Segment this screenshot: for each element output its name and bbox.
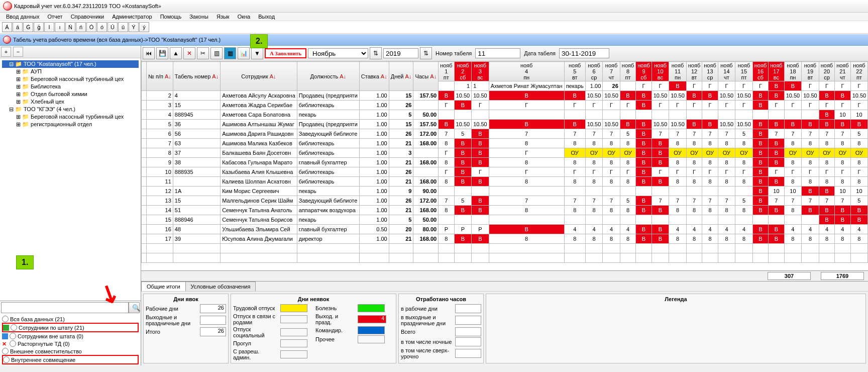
day-cell[interactable]: В (636, 120, 652, 129)
menu-item[interactable]: Ввод данных (2, 13, 44, 21)
day-cell[interactable]: В (636, 148, 652, 158)
day-cell[interactable]: В (769, 148, 784, 158)
filter-radio-row[interactable]: Сотрудники по штату (21) (2, 323, 139, 332)
day-cell[interactable]: 8 (439, 177, 454, 187)
day-cell[interactable]: 5 (620, 196, 635, 206)
day-cell[interactable] (769, 215, 784, 225)
day-cell[interactable]: 4 (702, 225, 718, 234)
day-cell[interactable]: 8 (784, 158, 802, 167)
day-cell[interactable]: Г (769, 167, 784, 177)
day-cell[interactable]: 8 (819, 158, 834, 167)
day-header[interactable]: нояб1пт (439, 62, 454, 81)
col-header[interactable]: Должность A↓ (297, 62, 359, 91)
day-cell[interactable]: 7 (439, 129, 454, 139)
day-cell[interactable]: 8 (603, 177, 620, 187)
day-cell[interactable]: Г (802, 81, 819, 91)
day-header[interactable]: нояб19вт (802, 62, 819, 81)
day-cell[interactable] (718, 215, 735, 225)
tree-btn-remove[interactable]: − (13, 47, 23, 57)
day-cell[interactable] (802, 215, 819, 225)
day-cell[interactable] (585, 215, 603, 225)
day-cell[interactable]: 7 (603, 196, 620, 206)
day-cell[interactable]: 8 (603, 139, 620, 148)
day-cell[interactable] (454, 215, 472, 225)
day-cell[interactable]: 7 (769, 129, 784, 139)
day-cell[interactable] (603, 110, 620, 120)
day-cell[interactable]: В (439, 120, 454, 129)
day-cell[interactable]: В (636, 234, 652, 244)
day-cell[interactable]: В (686, 120, 702, 129)
day-cell[interactable]: ОУ (620, 148, 635, 158)
day-cell[interactable]: Г (585, 101, 603, 110)
day-cell[interactable]: 7 (702, 196, 718, 206)
day-cell[interactable]: 10.50 (784, 91, 802, 101)
day-cell[interactable]: 4 (850, 225, 868, 234)
day-cell[interactable]: 8 (686, 158, 702, 167)
day-cell[interactable]: В (769, 139, 784, 148)
day-cell[interactable] (472, 187, 489, 196)
day-cell[interactable]: В (850, 120, 868, 129)
day-cell[interactable]: ОУ (686, 148, 702, 158)
day-header[interactable]: нояб21чт (835, 62, 850, 81)
day-cell[interactable]: В (472, 129, 489, 139)
day-cell[interactable] (454, 187, 472, 196)
day-cell[interactable]: 8 (718, 177, 735, 187)
day-cell[interactable]: ОУ (835, 148, 850, 158)
day-cell[interactable]: 8 (686, 234, 702, 244)
timesheet-grid[interactable]: № п/п A↓Табель номер A↓Сотрудник A↓Должн… (141, 61, 868, 271)
menu-item[interactable]: Язык (212, 13, 234, 21)
day-header[interactable]: нояб7чт (603, 62, 620, 81)
day-cell[interactable]: 8 (718, 158, 735, 167)
day-cell[interactable]: 10.50 (718, 120, 735, 129)
day-cell[interactable]: Г (439, 148, 454, 158)
day-cell[interactable]: 5 (735, 129, 753, 139)
day-cell[interactable]: 8 (585, 234, 603, 244)
day-cell[interactable]: 10.50 (652, 91, 669, 101)
day-cell[interactable]: В (752, 177, 768, 187)
day-cell[interactable] (752, 110, 768, 120)
day-cell[interactable]: 8 (620, 158, 635, 167)
day-cell[interactable] (769, 110, 784, 120)
day-cell[interactable]: 8 (585, 206, 603, 215)
day-cell[interactable] (603, 187, 620, 196)
day-cell[interactable]: Г (620, 101, 635, 110)
day-cell[interactable] (439, 215, 454, 225)
day-cell[interactable]: В (752, 206, 768, 215)
day-header[interactable]: нояб12вт (686, 62, 702, 81)
day-cell[interactable]: Г (850, 101, 868, 110)
day-cell[interactable]: Р (439, 225, 454, 234)
filter-radio-row[interactable]: Внутреннее совмещение (2, 355, 139, 364)
day-cell[interactable] (718, 187, 735, 196)
day-cell[interactable]: В (472, 196, 489, 206)
day-cell[interactable]: В (819, 110, 834, 120)
day-cell[interactable] (652, 215, 669, 225)
day-cell[interactable]: 8 (702, 158, 718, 167)
table-row[interactable]: 315Ахметова Жадра Серикбаебиблиотекарь 1… (142, 101, 869, 110)
day-cell[interactable]: В (819, 215, 834, 225)
day-cell[interactable]: В (636, 225, 652, 234)
day-cell[interactable]: Г (472, 167, 489, 177)
day-cell[interactable]: В (454, 167, 472, 177)
day-cell[interactable]: В (769, 81, 784, 91)
table-row[interactable]: 15888946Семенчук Татьяна Борисовпекарь 1… (142, 215, 869, 225)
day-cell[interactable]: Г (686, 101, 702, 110)
day-cell[interactable]: Г (636, 81, 652, 91)
col-header[interactable]: Табель номер A↓ (173, 62, 220, 91)
day-cell[interactable]: 7 (835, 196, 850, 206)
accent-button[interactable]: Ó (86, 22, 96, 32)
day-cell[interactable]: 10.50 (718, 91, 735, 101)
table-row[interactable]: 656Ашимова Дарига РашидовнЗаведующий биб… (142, 129, 869, 139)
day-cell[interactable]: 10 (850, 187, 868, 196)
day-header[interactable]: нояб14чт (718, 62, 735, 81)
day-cell[interactable]: 8 (686, 139, 702, 148)
day-cell[interactable] (454, 110, 472, 120)
day-cell[interactable]: 8 (603, 234, 620, 244)
day-cell[interactable]: 8 (489, 139, 564, 148)
table-row[interactable]: 4888945Ахметова Сара Болатовнапекарь 1.0… (142, 110, 869, 120)
filter-radio-row[interactable]: ✕ Расторгнутые ТД (0) (2, 340, 139, 347)
day-cell[interactable]: 7 (564, 129, 585, 139)
day-cell[interactable] (472, 110, 489, 120)
day-cell[interactable]: 7 (718, 196, 735, 206)
day-cell[interactable]: 8 (620, 206, 635, 215)
day-cell[interactable]: 7 (585, 196, 603, 206)
